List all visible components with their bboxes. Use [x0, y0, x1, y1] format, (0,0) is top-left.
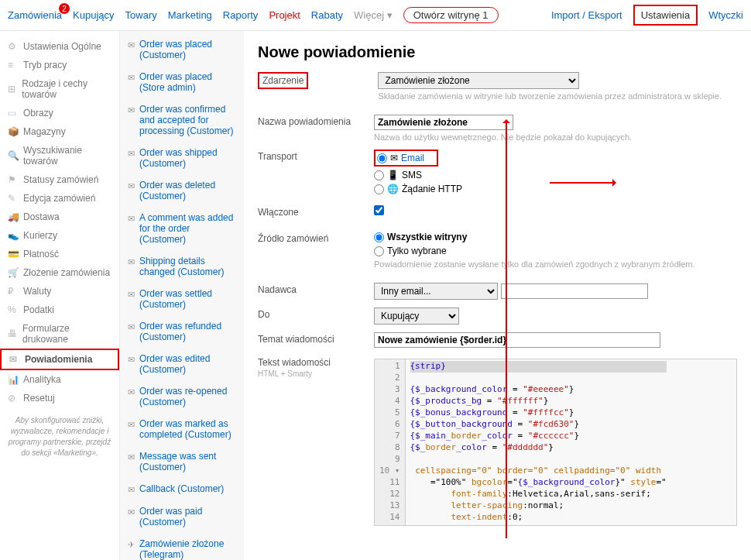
sidebar-icon: ≡ — [8, 60, 19, 70]
sender-select[interactable]: Inny email... — [374, 283, 498, 300]
transport-email-radio[interactable] — [377, 153, 387, 163]
envelope-icon: ✉ — [128, 355, 135, 375]
sidebar-icon: % — [8, 304, 19, 315]
sidebar-item[interactable]: 👟Kurierzy — [0, 226, 119, 245]
notification-list-item[interactable]: ✉Order was deleted (Customer) — [120, 177, 244, 209]
notification-list-item[interactable]: ✉Order was shipped (Customer) — [120, 144, 244, 177]
notification-list-item[interactable]: ✉Message was sent (Customer) — [120, 448, 244, 480]
page-title: Nowe powiadomienie — [258, 43, 737, 61]
top-navigation: Zamówienia 2 Kupujący Towary Marketing R… — [0, 0, 751, 31]
nav-plugins[interactable]: Wtyczki — [708, 9, 743, 21]
sidebar-icon: 💳 — [8, 249, 19, 259]
sidebar-item[interactable]: 🛒Złożenie zamówienia — [0, 263, 119, 282]
envelope-icon: ✉ — [128, 149, 135, 169]
notification-list-item[interactable]: ✉Order was confirmed and accepted for pr… — [120, 101, 244, 144]
transport-sms-radio[interactable] — [374, 170, 384, 180]
sidebar-icon: ⚙ — [8, 41, 19, 52]
sidebar-label: Powiadomienia — [25, 354, 92, 365]
transport-http-radio[interactable] — [374, 184, 384, 194]
notification-list-item[interactable]: ✉Order was placed (Customer) — [120, 36, 244, 68]
subject-input[interactable] — [374, 332, 660, 348]
envelope-icon: ✉ — [128, 322, 135, 342]
annotation-arrow-vertical — [506, 120, 507, 538]
envelope-icon: ✉ — [128, 105, 135, 136]
sidebar-label: Ustawienia Ogólne — [23, 41, 101, 52]
sidebar-label: Statusy zamówień — [23, 174, 98, 185]
globe-icon: 🌐 — [387, 184, 399, 194]
source-help: Powiadomienie zostanie wysłane tylko dla… — [374, 259, 737, 269]
sidebar-label: Rodzaje i cechy towarów — [22, 78, 111, 100]
sidebar-item[interactable]: 🖶Formularze drukowane — [0, 319, 119, 349]
notification-list-item[interactable]: ✉Order was placed (Store admin) — [120, 68, 244, 101]
sidebar-item[interactable]: ⊘Resetuj — [0, 389, 119, 407]
nav-more[interactable]: Więcej ▾ — [354, 9, 393, 21]
notification-list-item[interactable]: ✉Order was marked as completed (Customer… — [120, 415, 244, 448]
sidebar-item[interactable]: ✉Powiadomienia — [0, 349, 119, 370]
sidebar-icon: ⊞ — [8, 84, 17, 94]
sidebar-item[interactable]: ▭Obrazy — [0, 104, 119, 122]
sidebar-icon: ₽ — [8, 286, 19, 297]
sidebar-label: Waluty — [23, 286, 51, 297]
notification-list-item[interactable]: ✉Order was re-opened (Customer) — [120, 383, 244, 415]
event-select[interactable]: Zamówienie złożone — [378, 72, 579, 89]
sidebar-label: Tryb pracy — [23, 60, 67, 70]
notification-list-item[interactable]: ✉Shipping details changed (Customer) — [120, 253, 244, 285]
to-label: Do — [258, 307, 374, 320]
sidebar-item[interactable]: ⚑Statusy zamówień — [0, 170, 119, 189]
sidebar-label: Magazyny — [23, 126, 66, 137]
code-editor[interactable]: 12345678910 ▾11121314 {strip} {$_backgro… — [374, 359, 737, 526]
marketing-note: Aby skonfigurować zniżki, wyzwalacze, re… — [0, 407, 119, 466]
enabled-label: Włączone — [258, 205, 374, 218]
envelope-icon: ✉ — [128, 452, 135, 472]
sidebar-item[interactable]: ₽Waluty — [0, 282, 119, 301]
nav-settings[interactable]: Ustawienia — [633, 5, 698, 26]
sidebar-item[interactable]: ✎Edycja zamówień — [0, 189, 119, 208]
notification-list-item[interactable]: ✉Callback (Customer) — [120, 480, 244, 503]
sender-email-input[interactable] — [501, 283, 648, 299]
notification-list-item[interactable]: ✉A comment was added for the order (Cust… — [120, 209, 244, 253]
enabled-checkbox[interactable] — [374, 205, 384, 215]
settings-sidebar: ⚙Ustawienia Ogólne≡Tryb pracy⊞Rodzaje i … — [0, 31, 120, 560]
nav-products[interactable]: Towary — [125, 9, 157, 21]
sidebar-label: Kurierzy — [23, 230, 57, 241]
name-label: Nazwa powiadomienia — [258, 115, 374, 127]
sidebar-icon: ⊘ — [8, 393, 19, 404]
notification-list-item[interactable]: ✉Order was settled (Customer) — [120, 285, 244, 318]
orders-badge: 2 — [59, 3, 70, 14]
nav-import-export[interactable]: Import / Eksport — [551, 9, 622, 21]
sidebar-item[interactable]: 🚚Dostawa — [0, 208, 119, 226]
sidebar-item[interactable]: ⊞Rodzaje i cechy towarów — [0, 74, 119, 104]
sidebar-item[interactable]: 📊Analityka — [0, 370, 119, 389]
sidebar-item[interactable]: %Podatki — [0, 301, 119, 319]
notification-list-item[interactable]: ✈Zamówienie złożone (Telegram) — [120, 535, 244, 560]
envelope-icon: ✉ — [128, 40, 135, 60]
name-input[interactable] — [374, 115, 513, 130]
sidebar-item[interactable]: 🔍Wyszukiwanie towarów — [0, 141, 119, 170]
envelope-icon: ✉ — [128, 485, 135, 495]
sidebar-icon: 🛒 — [8, 267, 19, 278]
envelope-icon: ✉ — [128, 181, 135, 201]
notification-list-item[interactable]: ✉Order was edited (Customer) — [120, 350, 244, 383]
source-selected-radio[interactable] — [374, 246, 384, 256]
sidebar-icon: 🖶 — [8, 328, 18, 339]
source-label: Źródło zamówień — [258, 232, 374, 244]
sidebar-label: Obrazy — [23, 108, 53, 119]
nav-project[interactable]: Projekt — [269, 9, 300, 21]
envelope-icon: ✈ — [128, 540, 135, 560]
nav-reports[interactable]: Raporty — [223, 9, 259, 21]
source-all-radio[interactable] — [374, 232, 384, 242]
nav-orders[interactable]: Zamówienia 2 — [8, 9, 62, 21]
sidebar-item[interactable]: 💳Płatność — [0, 245, 119, 263]
sidebar-item[interactable]: ⚙Ustawienia Ogólne — [0, 37, 119, 56]
sidebar-item[interactable]: ≡Tryb pracy — [0, 56, 119, 74]
sidebar-icon: 📦 — [8, 126, 19, 137]
notification-list-item[interactable]: ✉Order was paid (Customer) — [120, 503, 244, 535]
nav-marketing[interactable]: Marketing — [168, 9, 212, 21]
nav-discounts[interactable]: Rabaty — [311, 9, 343, 21]
notification-list-item[interactable]: ✉Order was refunded (Customer) — [120, 318, 244, 350]
notifications-list: ✉Order was placed (Customer)✉Order was p… — [120, 31, 244, 560]
nav-buyers[interactable]: Kupujący — [73, 9, 114, 21]
sidebar-item[interactable]: 📦Magazyny — [0, 122, 119, 141]
to-select[interactable]: Kupujący — [374, 307, 459, 325]
open-site-button[interactable]: Otwórz witrynę 1 — [403, 7, 499, 23]
